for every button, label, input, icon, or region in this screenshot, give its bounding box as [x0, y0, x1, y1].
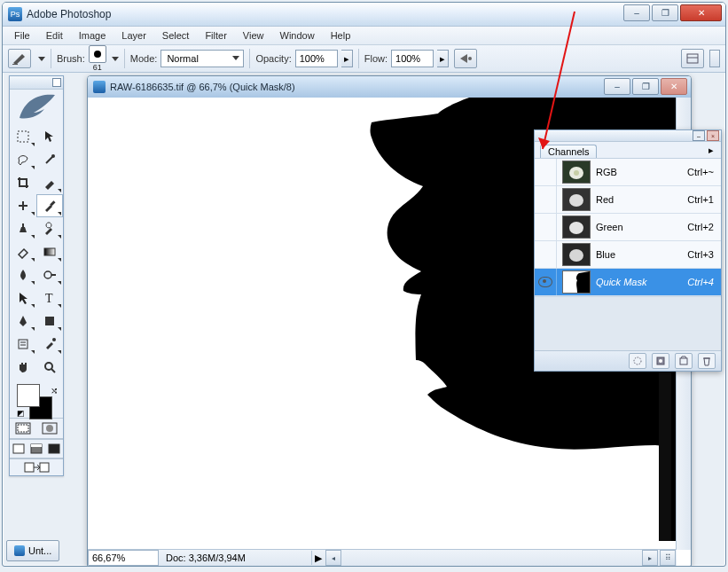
airbrush-toggle[interactable]	[454, 49, 477, 68]
visibility-toggle[interactable]	[535, 159, 557, 185]
close-button[interactable]: ✕	[680, 4, 722, 21]
doc-minimize-button[interactable]: –	[604, 78, 630, 95]
svg-rect-16	[19, 340, 27, 349]
path-select-tool[interactable]	[10, 286, 36, 310]
zoom-tool[interactable]	[36, 356, 63, 379]
panel-menu-icon[interactable]: ▸	[705, 144, 717, 156]
visibility-toggle[interactable]	[535, 186, 557, 213]
blend-mode-select[interactable]: Normal	[160, 50, 244, 67]
opacity-label: Opacity:	[255, 53, 291, 64]
save-selection-icon[interactable]	[652, 353, 669, 369]
eyedropper-tool[interactable]	[36, 333, 63, 356]
visibility-toggle[interactable]	[535, 214, 557, 240]
doc-tab[interactable]: Unt...	[6, 540, 59, 561]
toolbox-grip[interactable]	[10, 76, 63, 90]
shape-tool[interactable]	[36, 310, 63, 333]
magic-wand-tool[interactable]	[36, 148, 63, 171]
opacity-stepper[interactable]: ▸	[341, 50, 353, 67]
visibility-toggle[interactable]	[535, 269, 557, 295]
notes-tool[interactable]	[10, 333, 36, 356]
eraser-tool[interactable]	[10, 240, 36, 263]
menu-file[interactable]: File	[6, 28, 38, 43]
slice-tool[interactable]	[36, 171, 63, 194]
menu-image[interactable]: Image	[71, 28, 114, 43]
channel-row-green[interactable]: Green Ctrl+2	[535, 214, 721, 241]
svg-point-38	[569, 194, 583, 207]
brush-tool[interactable]	[36, 194, 63, 217]
visibility-toggle[interactable]	[535, 241, 557, 268]
menu-select[interactable]: Select	[154, 28, 198, 43]
minimize-button[interactable]: –	[623, 4, 650, 21]
resize-grip[interactable]: ⠿	[660, 550, 676, 566]
zoom-field[interactable]: 66,67%	[88, 550, 159, 566]
flow-stepper[interactable]: ▸	[437, 50, 449, 67]
doc-close-button[interactable]: ✕	[661, 78, 687, 95]
history-brush-tool[interactable]	[36, 217, 63, 240]
foreground-color[interactable]	[17, 384, 40, 407]
brushes-palette-button[interactable]	[681, 49, 704, 68]
jump-to-imageready-button[interactable]	[10, 458, 63, 475]
panel-top[interactable]: – ×	[535, 130, 721, 142]
crop-tool[interactable]	[10, 171, 36, 194]
svg-point-19	[52, 338, 56, 341]
dodge-tool[interactable]	[36, 263, 63, 286]
doc-sizes[interactable]: Doc: 3,36M/3,94M	[162, 551, 312, 565]
menu-help[interactable]: Help	[323, 28, 359, 43]
scroll-left-button[interactable]: ◂	[325, 550, 341, 566]
default-colors-icon[interactable]: ◩	[17, 409, 26, 418]
delete-channel-icon[interactable]	[698, 353, 716, 369]
maximize-button[interactable]: ❐	[652, 4, 678, 21]
menu-view[interactable]: View	[235, 28, 272, 43]
swap-colors-icon[interactable]: ⤭	[51, 386, 58, 396]
load-selection-icon[interactable]	[629, 353, 646, 369]
flow-label: Flow:	[364, 53, 387, 64]
scroll-right-button[interactable]: ▸	[642, 550, 658, 566]
channel-row-red[interactable]: Red Ctrl+1	[535, 186, 721, 214]
lasso-tool[interactable]	[10, 148, 36, 171]
svg-point-46	[659, 359, 662, 363]
blur-tool[interactable]	[10, 263, 36, 286]
tool-preset-picker[interactable]	[8, 49, 31, 68]
horizontal-scroll-track[interactable]	[342, 552, 641, 564]
document-titlebar[interactable]: RAW-6186635.tif @ 66,7% (Quick Mask/8) –…	[88, 76, 691, 98]
channels-tab[interactable]: Channels	[540, 145, 597, 158]
full-screen-button[interactable]	[45, 440, 63, 458]
type-tool[interactable]: T	[36, 286, 63, 310]
new-channel-icon[interactable]	[675, 353, 693, 369]
channel-row-rgb[interactable]: RGB Ctrl+~	[535, 159, 721, 186]
status-menu-icon[interactable]: ▶	[312, 552, 325, 564]
panel-minimize-icon[interactable]: –	[693, 130, 705, 141]
tool-grid: T	[10, 125, 63, 379]
healing-brush-tool[interactable]	[10, 194, 36, 217]
gradient-tool[interactable]	[36, 240, 63, 263]
panel-close-icon[interactable]: ×	[707, 130, 719, 141]
hand-tool[interactable]	[10, 356, 36, 379]
menu-edit[interactable]: Edit	[38, 28, 71, 43]
channel-thumb	[562, 243, 591, 266]
opacity-field[interactable]: 100%	[295, 50, 338, 67]
quick-mask-mode-button[interactable]	[36, 419, 63, 438]
menu-window[interactable]: Window	[272, 28, 323, 43]
app-icon-label: Ps	[11, 10, 20, 19]
channel-row-quick-mask[interactable]: Quick Mask Ctrl+4	[535, 269, 721, 296]
svg-rect-4	[18, 131, 28, 142]
toolbox: T ◩ ⤭	[9, 75, 64, 476]
clone-stamp-tool[interactable]	[10, 217, 36, 240]
brush-picker[interactable]: Brush: 61	[57, 45, 119, 72]
flow-field[interactable]: 100%	[391, 50, 434, 67]
palette-well-toggle[interactable]	[709, 50, 720, 67]
menu-filter[interactable]: Filter	[197, 28, 234, 43]
channel-shortcut: Ctrl+~	[687, 167, 721, 177]
pen-tool[interactable]	[10, 310, 36, 333]
doc-tab-bar: Unt...	[6, 540, 59, 561]
standard-screen-button[interactable]	[10, 440, 27, 458]
channel-row-blue[interactable]: Blue Ctrl+3	[535, 241, 721, 269]
standard-mode-button[interactable]	[10, 419, 36, 438]
marquee-tool[interactable]	[10, 125, 36, 148]
move-tool[interactable]	[36, 125, 63, 148]
full-screen-menubar-button[interactable]	[27, 440, 45, 458]
tool-preset-dropdown-icon[interactable]	[38, 57, 45, 61]
menu-layer[interactable]: Layer	[114, 28, 154, 43]
svg-point-36	[574, 170, 579, 176]
doc-maximize-button[interactable]: ❐	[632, 78, 659, 95]
